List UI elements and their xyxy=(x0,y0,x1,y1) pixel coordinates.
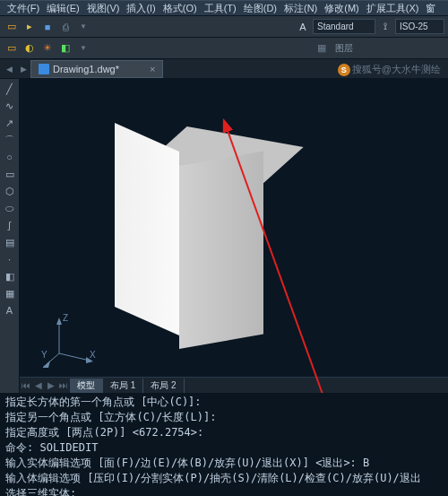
layer-bulb-icon[interactable]: ◐ xyxy=(22,40,38,57)
layer-dropdown-icon[interactable]: ▼ xyxy=(75,40,91,57)
axis-z-label: Z xyxy=(63,313,68,323)
axis-x-label: X xyxy=(90,350,96,360)
menu-tools[interactable]: 工具(T) xyxy=(201,2,240,15)
work-area: ╱ ∿ ↗ ⌒ ○ ▭ ⬡ ⬭ ∫ ▤ · ◧ ▦ A xyxy=(0,79,448,393)
cmd-line: 命令: SOLIDEDIT xyxy=(5,440,443,456)
vtab-prev-icon[interactable]: ◀ xyxy=(32,380,45,390)
menu-window[interactable]: 窗 xyxy=(422,2,439,15)
vtab-next-icon[interactable]: ▶ xyxy=(45,380,57,390)
rect-tool-icon[interactable]: ▭ xyxy=(2,166,18,182)
spline-tool-icon[interactable]: ∫ xyxy=(2,217,18,233)
dropdown-icon[interactable]: ▼ xyxy=(75,19,91,35)
menu-draw[interactable]: 绘图(D) xyxy=(240,2,280,15)
dim-style-icon[interactable]: ⟟ xyxy=(377,19,393,35)
line-tool-icon[interactable]: ╱ xyxy=(2,81,18,97)
dim-style-input[interactable] xyxy=(395,19,444,34)
new-icon[interactable]: ▭ xyxy=(4,19,20,35)
text-style-input[interactable] xyxy=(313,19,375,34)
tab-next-icon[interactable]: ▶ xyxy=(16,61,30,77)
tab-prev-icon[interactable]: ◀ xyxy=(2,61,16,77)
command-area[interactable]: 指定长方体的第一个角点或 [中心(C)]: 指定另一个角点或 [立方体(C)/长… xyxy=(0,393,448,496)
menu-file[interactable]: 文件(F) xyxy=(4,2,43,15)
ray-tool-icon[interactable]: ↗ xyxy=(2,115,18,131)
menu-ext[interactable]: 扩展工具(X) xyxy=(363,2,423,15)
layer-color-icon[interactable]: ◧ xyxy=(57,40,73,57)
menu-bar: 文件(F) 编辑(E) 视图(V) 插入(I) 格式(O) 工具(T) 绘图(D… xyxy=(0,0,448,16)
polyline-tool-icon[interactable]: ∿ xyxy=(2,98,18,114)
menu-view[interactable]: 视图(V) xyxy=(83,2,124,15)
open-icon[interactable]: ▸ xyxy=(22,19,38,35)
menu-annotate[interactable]: 标注(N) xyxy=(280,2,321,15)
save-icon[interactable]: ■ xyxy=(39,19,56,35)
layer-label: 图层 xyxy=(335,42,353,55)
hatch-icon[interactable]: ▦ xyxy=(314,40,330,57)
tab-layout2[interactable]: 布局 2 xyxy=(143,379,184,393)
toolbar-layers: ▭ ◐ ☀ ◧ ▼ ▦ 图层 xyxy=(0,38,448,59)
watermark-text: 搜狐号@大水牛测绘 xyxy=(352,63,441,76)
box-side-face xyxy=(179,151,263,349)
watermark-icon: S xyxy=(338,64,350,76)
layer-new-icon[interactable]: ▭ xyxy=(4,40,20,57)
arc-tool-icon[interactable]: ⌒ xyxy=(2,132,18,148)
cmd-line: 指定另一个角点或 [立方体(C)/长度(L)]: xyxy=(5,410,443,425)
svg-marker-4 xyxy=(56,318,62,325)
polygon-tool-icon[interactable]: ⬡ xyxy=(2,183,18,199)
menu-insert[interactable]: 插入(I) xyxy=(123,2,159,15)
solid-box xyxy=(145,133,297,339)
print-icon[interactable]: ⎙ xyxy=(57,19,73,35)
circle-tool-icon[interactable]: ○ xyxy=(2,149,18,165)
point-tool-icon[interactable]: · xyxy=(2,251,18,267)
box-front-face xyxy=(115,123,179,335)
file-tab[interactable]: Drawing1.dwg* × xyxy=(30,60,163,78)
cmd-line: 输入体编辑选项 [压印(I)/分割实体(P)/抽壳(S)/清除(L)/检查(C)… xyxy=(5,471,443,486)
vtab-last-icon[interactable]: ⏭ xyxy=(57,380,70,390)
cmd-line: 选择三维实体: xyxy=(5,486,443,496)
viewport-tabs: ⏮ ◀ ▶ ⏭ 模型 布局 1 布局 2 xyxy=(20,377,448,393)
cmd-line: 输入实体编辑选项 [面(F)/边(E)/体(B)/放弃(U)/退出(X)] <退… xyxy=(5,456,443,471)
text-tool-icon[interactable]: A xyxy=(2,302,18,318)
tab-model[interactable]: 模型 xyxy=(70,379,103,393)
svg-line-2 xyxy=(59,353,90,361)
hatch-tool-icon[interactable]: ▤ xyxy=(2,234,18,250)
vtab-first-icon[interactable]: ⏮ xyxy=(20,380,32,390)
menu-format[interactable]: 格式(O) xyxy=(159,2,201,15)
ellipse-tool-icon[interactable]: ⬭ xyxy=(2,200,18,216)
cmd-line: 指定高度或 [两点(2P)] <672.2754>: xyxy=(5,425,443,440)
region-tool-icon[interactable]: ◧ xyxy=(2,268,18,284)
ucs-axis: Z X Y xyxy=(43,316,97,370)
viewport[interactable]: Z X Y ⏮ ◀ ▶ ⏭ 模型 布局 1 布局 2 xyxy=(20,79,448,393)
menu-edit[interactable]: 编辑(E) xyxy=(43,2,83,15)
table-tool-icon[interactable]: ▦ xyxy=(2,285,18,301)
svg-marker-6 xyxy=(43,361,50,368)
layer-sun-icon[interactable]: ☀ xyxy=(39,40,56,57)
text-style-icon[interactable]: A xyxy=(295,19,311,35)
toolbar-top: ▭ ▸ ■ ⎙ ▼ A ⟟ xyxy=(0,16,448,38)
file-tab-close-icon[interactable]: × xyxy=(123,64,155,74)
axis-y-label: Y xyxy=(41,350,47,360)
tab-layout1[interactable]: 布局 1 xyxy=(103,379,143,393)
menu-modify[interactable]: 修改(M) xyxy=(321,2,363,15)
file-type-icon xyxy=(39,64,49,74)
file-tab-name: Drawing1.dwg* xyxy=(53,64,119,74)
cmd-line: 指定长方体的第一个角点或 [中心(C)]: xyxy=(5,395,443,410)
watermark: S 搜狐号@大水牛测绘 xyxy=(338,63,441,76)
left-toolbar: ╱ ∿ ↗ ⌒ ○ ▭ ⬡ ⬭ ∫ ▤ · ◧ ▦ A xyxy=(0,79,20,393)
